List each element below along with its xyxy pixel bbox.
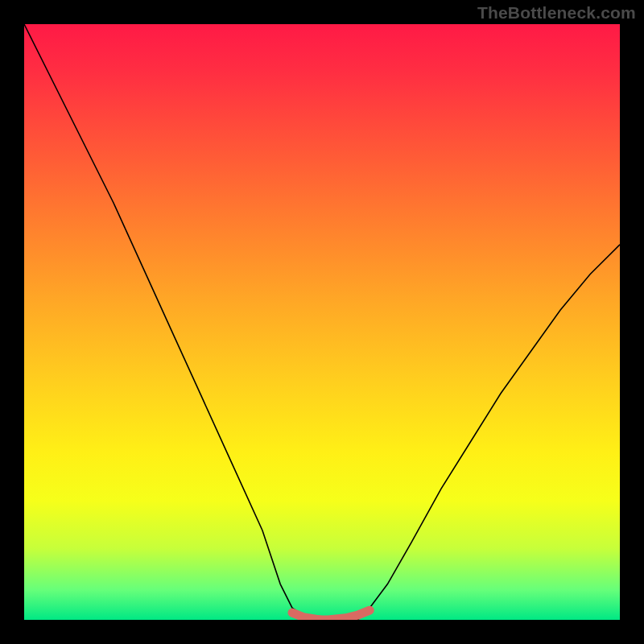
curve-layer [24,24,620,620]
bottleneck-curve [24,24,620,620]
bottleneck-flat-segment [292,610,369,620]
plot-area [24,24,620,620]
chart-frame: TheBottleneck.com [0,0,644,644]
watermark-text: TheBottleneck.com [477,3,636,23]
